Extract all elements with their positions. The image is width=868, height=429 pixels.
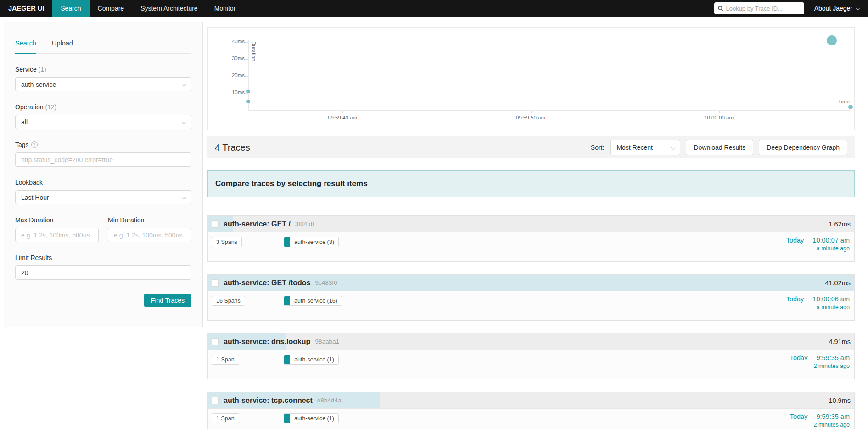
trace-title: auth-service: GET /todos — [224, 279, 310, 287]
service-select-value: auth-service — [21, 81, 56, 88]
download-results-button[interactable]: Download Results — [686, 140, 753, 155]
about-jaeger-label: About Jaeger — [814, 5, 852, 12]
trace-title: auth-service: tcp.connect — [224, 396, 313, 405]
trace-timestamp: Today 9:59:35 am 2 minutes ago — [790, 413, 850, 428]
nav-item-compare[interactable]: Compare — [90, 0, 133, 17]
x-axis-line — [248, 110, 851, 111]
operation-select-value: all — [21, 119, 28, 126]
service-color-swatch — [284, 355, 290, 364]
y-tick-mark — [245, 59, 248, 60]
trace-lookup-input[interactable] — [726, 5, 800, 12]
trace-time: 9:59:35 am — [816, 354, 850, 361]
nav-item-system-architecture[interactable]: System Architecture — [132, 0, 206, 17]
scatter-point[interactable] — [246, 100, 250, 103]
tags-label: Tags? — [15, 141, 191, 148]
results-column: 40ms30ms20ms10ms09:59:40 am09:59:50 am10… — [207, 22, 855, 429]
trace-time: 10:00:07 am — [812, 237, 850, 244]
sort-label: Sort: — [591, 144, 605, 151]
min-duration-label: Min Duration — [108, 216, 191, 224]
trace-result-item: auth-service: tcp.connect e8b4d4a 10.9ms… — [207, 392, 855, 429]
trace-duration: 10.9ms — [829, 397, 851, 404]
trace-relative-time: 2 minutes ago — [790, 363, 850, 369]
compare-banner: Compare traces by selecting result items — [207, 170, 855, 197]
trace-result-body[interactable]: 1 Span auth-service (1) Today 9:59:35 am… — [208, 350, 854, 379]
results-controls: Sort: Most Recent Download Results Deep … — [591, 140, 847, 155]
x-tick-mark — [719, 111, 720, 113]
operation-label: Operation (12) — [15, 103, 191, 111]
y-tick-mark — [245, 76, 248, 77]
trace-timestamp: Today 10:00:07 am a minute ago — [786, 237, 850, 252]
nav-item-search[interactable]: Search — [52, 0, 89, 17]
y-tick-label: 40ms — [220, 39, 245, 44]
scatter-point[interactable] — [848, 105, 853, 109]
trace-relative-time: 2 minutes ago — [790, 422, 850, 428]
top-navbar: JAEGER UI SearchCompareSystem Architectu… — [0, 0, 868, 17]
trace-timestamp: Today 9:59:35 am 2 minutes ago — [790, 354, 850, 369]
service-tag: auth-service (1) — [284, 413, 339, 423]
max-duration-label: Max Duration — [15, 216, 99, 224]
trace-id: 98aaba1 — [315, 338, 339, 345]
trace-id: 3f04fdf — [295, 220, 314, 227]
nav-menu: SearchCompareSystem ArchitectureMonitor — [52, 0, 244, 17]
nav-item-monitor[interactable]: Monitor — [206, 0, 244, 17]
tab-search[interactable]: Search — [15, 40, 36, 53]
scatter-point[interactable] — [246, 90, 250, 93]
span-count-tag: 16 Spans — [212, 296, 245, 306]
trace-duration: 1.62ms — [829, 220, 851, 228]
trace-result-header[interactable]: auth-service: GET / 3f04fdf 1.62ms — [208, 216, 854, 232]
trace-result-header[interactable]: auth-service: dns.lookup 98aaba1 4.91ms — [208, 333, 854, 350]
trace-relative-time: a minute ago — [786, 304, 850, 310]
chevron-down-icon — [182, 195, 186, 200]
lookback-select[interactable]: Last Hour — [15, 190, 191, 204]
trace-title: auth-service: dns.lookup — [224, 338, 310, 346]
find-traces-button[interactable]: Find Traces — [144, 294, 191, 307]
duration-scatterplot: 40ms30ms20ms10ms09:59:40 am09:59:50 am10… — [207, 27, 855, 130]
trace-result-item: auth-service: GET /todos 9c483f0 41.02ms… — [207, 274, 855, 321]
trace-time: 10:00:06 am — [812, 295, 850, 303]
trace-lookup-box[interactable] — [714, 2, 804, 14]
trace-select-checkbox[interactable] — [212, 397, 219, 404]
about-jaeger-menu[interactable]: About Jaeger — [814, 5, 859, 12]
trace-select-checkbox[interactable] — [212, 220, 219, 228]
results-header: 4 Traces Sort: Most Recent Download Resu… — [207, 136, 855, 158]
x-tick-label: 09:59:40 am — [317, 115, 368, 120]
span-count-tag: 3 Spans — [212, 237, 242, 247]
scatter-point[interactable] — [827, 35, 837, 45]
sort-select[interactable]: Most Recent — [610, 140, 680, 155]
trace-duration: 41.02ms — [825, 279, 851, 287]
operation-select[interactable]: all — [15, 115, 191, 129]
x-tick-label: 09:59:50 am — [505, 115, 556, 120]
trace-result-body[interactable]: 3 Spans auth-service (3) Today 10:00:07 … — [208, 232, 854, 261]
x-tick-label: 10:00:00 am — [694, 115, 744, 120]
scatterplot-canvas: 40ms30ms20ms10ms09:59:40 am09:59:50 am10… — [208, 28, 854, 130]
trace-select-checkbox[interactable] — [212, 338, 219, 345]
y-tick-label: 30ms — [220, 56, 245, 61]
limit-results-input[interactable] — [15, 265, 191, 280]
service-color-swatch — [284, 296, 290, 305]
tags-input[interactable] — [15, 152, 191, 167]
deep-dependency-graph-button[interactable]: Deep Dependency Graph — [759, 140, 847, 155]
trace-result-body[interactable]: 16 Spans auth-service (16) Today 10:00:0… — [208, 291, 854, 320]
service-tag: auth-service (3) — [284, 237, 339, 247]
service-select[interactable]: auth-service — [15, 77, 191, 91]
lookback-select-value: Last Hour — [21, 194, 49, 201]
help-icon[interactable]: ? — [31, 141, 38, 148]
chevron-down-icon — [182, 120, 186, 124]
timestamp-divider — [812, 413, 812, 420]
trace-select-checkbox[interactable] — [212, 279, 219, 287]
timestamp-divider — [808, 296, 808, 302]
lookback-label: Lookback — [15, 179, 191, 186]
search-icon — [718, 6, 723, 11]
jaeger-search-page: JAEGER UI SearchCompareSystem Architectu… — [0, 0, 868, 429]
trace-time: 9:59:35 am — [816, 413, 850, 420]
trace-result-body[interactable]: 1 Span auth-service (1) Today 9:59:35 am… — [208, 408, 854, 429]
service-label: Service (1) — [15, 66, 191, 73]
max-duration-input[interactable] — [15, 228, 99, 242]
trace-result-header[interactable]: auth-service: GET /todos 9c483f0 41.02ms — [208, 275, 854, 291]
timestamp-divider — [812, 355, 812, 361]
tab-upload[interactable]: Upload — [52, 40, 73, 53]
trace-count: 4 Traces — [215, 142, 250, 153]
trace-result-header[interactable]: auth-service: tcp.connect e8b4d4a 10.9ms — [208, 392, 854, 408]
trace-duration: 4.91ms — [829, 338, 851, 345]
min-duration-input[interactable] — [108, 228, 191, 242]
